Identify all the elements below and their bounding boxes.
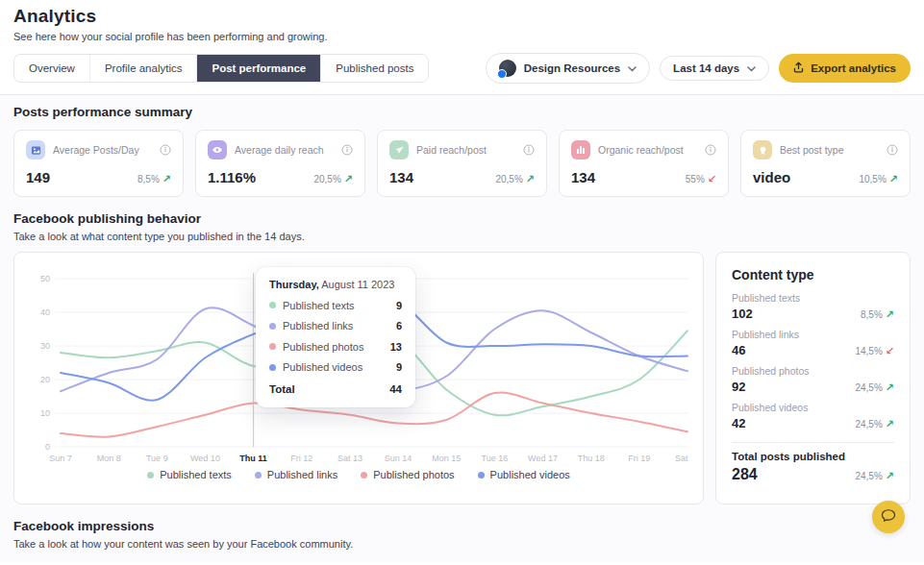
- tooltip-row: Published photos13: [269, 341, 402, 353]
- profile-selector[interactable]: Design Resources: [486, 53, 650, 84]
- medal-icon: [753, 140, 772, 160]
- legend-item-photos[interactable]: Published photos: [361, 469, 454, 480]
- kpi-label: Best post type: [780, 144, 879, 156]
- tooltip-row: Published videos9: [269, 361, 402, 373]
- trend-arrow-icon: ↗: [886, 308, 894, 321]
- trend-arrow-icon: ↗: [886, 470, 894, 482]
- page-header: Analytics See here how your social profi…: [0, 0, 924, 94]
- summary-heading: Posts performance summary: [13, 105, 911, 119]
- kpi-value: 134: [389, 169, 413, 185]
- kpi-label: Organic reach/post: [598, 144, 697, 156]
- series-dot: [255, 472, 262, 479]
- tab-published-posts[interactable]: Published posts: [321, 55, 428, 82]
- legend-item-texts[interactable]: Published texts: [147, 469, 232, 480]
- series-dot: [269, 343, 276, 350]
- svg-text:Mon 8: Mon 8: [97, 454, 121, 463]
- summary-cards: Average Posts/Day 149 8,5%↗ Average dail…: [13, 130, 911, 197]
- content-type-row: Published photos 9224,5%↗: [732, 365, 894, 394]
- export-icon: [793, 61, 804, 75]
- kpi-card-best-post-type: Best post type video 10,5%↗: [740, 130, 911, 197]
- svg-text:Thu 11: Thu 11: [239, 454, 267, 463]
- profile-avatar: [499, 60, 516, 77]
- trend-arrow-icon: ↗: [886, 418, 894, 430]
- export-analytics-label: Export analytics: [811, 62, 896, 74]
- kpi-card-organic-reach: Organic reach/post 134 55%↙: [559, 130, 729, 197]
- impressions-subtitle: Take a look at how your content was seen…: [13, 538, 911, 550]
- kpi-value: 149: [26, 169, 50, 185]
- tab-overview[interactable]: Overview: [14, 55, 90, 82]
- kpi-delta: 10,5%↗: [859, 173, 898, 185]
- publishing-subtitle: Take a look at what content type you pub…: [13, 231, 911, 242]
- svg-text:Sun 7: Sun 7: [49, 454, 72, 463]
- analytics-tabs: Overview Profile analytics Post performa…: [13, 54, 429, 83]
- svg-text:50: 50: [40, 274, 50, 283]
- chat-bubble-icon: [881, 508, 896, 526]
- chat-button[interactable]: [872, 501, 905, 533]
- content-type-heading: Content type: [732, 267, 894, 282]
- kpi-delta: 20,5%↗: [313, 173, 353, 185]
- series-dot: [361, 472, 367, 479]
- tooltip-row: Published texts9: [269, 300, 402, 311]
- toolbar: Overview Profile analytics Post performa…: [13, 53, 911, 94]
- svg-text:Fri 12: Fri 12: [290, 454, 312, 463]
- svg-text:30: 30: [40, 341, 50, 351]
- chevron-down-icon: [628, 62, 637, 74]
- kpi-value: 1.116%: [208, 169, 256, 185]
- date-range-label: Last 14 days: [673, 62, 739, 74]
- trend-arrow-icon: ↙: [886, 345, 894, 357]
- series-dot: [478, 472, 485, 479]
- posts-icon: [26, 140, 45, 160]
- kpi-label: Average daily reach: [235, 144, 334, 156]
- page-subtitle: See here how your social profile has bee…: [13, 31, 911, 42]
- info-icon[interactable]: [341, 144, 353, 156]
- impressions-heading: Facebook impressions: [13, 519, 911, 533]
- megaphone-icon: [389, 140, 409, 160]
- info-icon[interactable]: [887, 144, 898, 156]
- legend-item-videos[interactable]: Published videos: [478, 469, 570, 480]
- date-range-selector[interactable]: Last 14 days: [660, 56, 769, 81]
- svg-text:Wed 10: Wed 10: [190, 454, 220, 463]
- tooltip-row: Published links6: [269, 320, 402, 332]
- content-type-card: Content type Published texts 1028,5%↗ Pu…: [715, 252, 911, 504]
- kpi-delta: 55%↙: [686, 173, 716, 185]
- svg-text:Wed 17: Wed 17: [528, 454, 558, 463]
- kpi-label: Paid reach/post: [416, 144, 515, 156]
- page-title: Analytics: [13, 6, 911, 27]
- legend-item-links[interactable]: Published links: [255, 469, 337, 480]
- chevron-down-icon: [747, 62, 756, 74]
- tab-post-performance[interactable]: Post performance: [197, 55, 321, 82]
- export-analytics-button[interactable]: Export analytics: [779, 54, 911, 83]
- info-icon[interactable]: [705, 144, 716, 156]
- tooltip-date: Thursday, August 11 2023: [269, 279, 402, 290]
- publishing-section: Facebook publishing behavior Take a look…: [13, 211, 911, 504]
- trend-arrow-icon: ↙: [708, 173, 716, 185]
- toolbar-controls: Design Resources Last 14 days Export an: [486, 53, 911, 84]
- svg-text:0: 0: [45, 442, 50, 452]
- svg-text:Sat 13: Sat 13: [337, 454, 362, 463]
- tab-profile-analytics[interactable]: Profile analytics: [90, 55, 198, 82]
- publishing-heading: Facebook publishing behavior: [13, 211, 911, 226]
- chart-legend: Published texts Published links Publishe…: [28, 469, 689, 480]
- page-body: Posts performance summary Average Posts/…: [0, 94, 924, 562]
- info-icon[interactable]: [523, 144, 535, 156]
- svg-text:Mon 15: Mon 15: [432, 454, 461, 463]
- eye-icon: [208, 140, 227, 160]
- trend-arrow-icon: ↗: [886, 381, 894, 394]
- svg-text:Sat 20: Sat 20: [675, 454, 689, 463]
- impressions-section: Facebook impressions Take a look at how …: [13, 519, 911, 550]
- kpi-card-daily-reach: Average daily reach 1.116% 20,5%↗: [195, 130, 365, 197]
- trend-arrow-icon: ↗: [526, 173, 535, 185]
- kpi-label: Average Posts/Day: [53, 144, 152, 156]
- info-icon[interactable]: [160, 144, 171, 156]
- series-dot: [269, 364, 276, 371]
- svg-text:Thu 18: Thu 18: [578, 454, 605, 463]
- svg-text:Fri 19: Fri 19: [628, 454, 650, 463]
- tooltip-total: Total44: [269, 383, 402, 395]
- content-type-row: Published links 4614,5%↙: [732, 329, 894, 357]
- publishing-chart-card: 01020304050Sun 7Mon 8Tue 9Wed 10Thu 11Fr…: [13, 252, 704, 504]
- content-type-total-label: Total posts published: [732, 451, 894, 462]
- content-type-total: 284 24,5%↗: [732, 466, 894, 483]
- kpi-card-average-posts: Average Posts/Day 149 8,5%↗: [13, 130, 184, 197]
- profile-selector-label: Design Resources: [524, 62, 620, 74]
- analytics-page: Analytics See here how your social profi…: [0, 0, 924, 565]
